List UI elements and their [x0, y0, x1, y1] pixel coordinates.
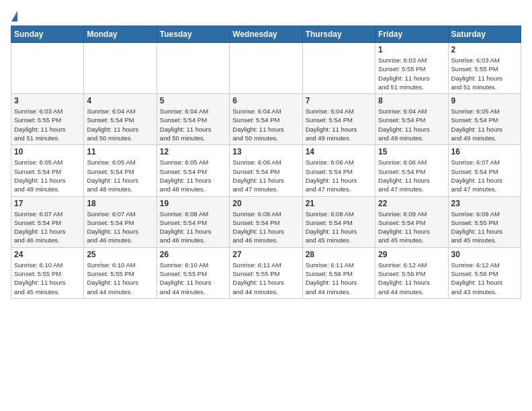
day-info: Sunrise: 6:03 AM Sunset: 5:55 PM Dayligh…	[378, 56, 445, 91]
day-number: 28	[306, 250, 372, 259]
day-info: Sunrise: 6:04 AM Sunset: 5:54 PM Dayligh…	[378, 107, 445, 142]
calendar-cell: 3Sunrise: 6:03 AM Sunset: 5:55 PM Daylig…	[11, 94, 84, 145]
day-info: Sunrise: 6:10 AM Sunset: 5:55 PM Dayligh…	[87, 261, 153, 296]
day-number: 14	[306, 147, 372, 156]
day-info: Sunrise: 6:08 AM Sunset: 5:54 PM Dayligh…	[160, 210, 226, 245]
day-info: Sunrise: 6:06 AM Sunset: 5:54 PM Dayligh…	[232, 158, 299, 193]
calendar-cell: 24Sunrise: 6:10 AM Sunset: 5:55 PM Dayli…	[11, 247, 84, 298]
calendar-cell: 25Sunrise: 6:10 AM Sunset: 5:55 PM Dayli…	[84, 247, 157, 298]
day-header-wednesday: Wednesday	[230, 26, 302, 43]
day-info: Sunrise: 6:06 AM Sunset: 5:54 PM Dayligh…	[306, 158, 372, 193]
day-number: 23	[451, 199, 518, 208]
calendar-cell: 27Sunrise: 6:11 AM Sunset: 5:55 PM Dayli…	[230, 247, 302, 298]
day-info: Sunrise: 6:09 AM Sunset: 5:55 PM Dayligh…	[451, 210, 518, 245]
calendar-cell: 16Sunrise: 6:07 AM Sunset: 5:54 PM Dayli…	[448, 145, 521, 196]
calendar-cell: 30Sunrise: 6:12 AM Sunset: 5:56 PM Dayli…	[448, 247, 521, 298]
calendar-cell	[302, 43, 375, 94]
calendar-cell: 8Sunrise: 6:04 AM Sunset: 5:54 PM Daylig…	[375, 94, 448, 145]
day-info: Sunrise: 6:09 AM Sunset: 5:54 PM Dayligh…	[378, 210, 445, 245]
week-row-1: 1Sunrise: 6:03 AM Sunset: 5:55 PM Daylig…	[11, 43, 521, 94]
day-header-tuesday: Tuesday	[157, 26, 229, 43]
day-info: Sunrise: 6:10 AM Sunset: 5:55 PM Dayligh…	[14, 261, 81, 296]
day-number: 19	[160, 199, 226, 208]
calendar-cell: 17Sunrise: 6:07 AM Sunset: 5:54 PM Dayli…	[11, 196, 84, 247]
day-info: Sunrise: 6:07 AM Sunset: 5:54 PM Dayligh…	[87, 210, 153, 245]
day-info: Sunrise: 6:07 AM Sunset: 5:54 PM Dayligh…	[451, 158, 518, 193]
day-number: 10	[14, 147, 81, 156]
day-info: Sunrise: 6:03 AM Sunset: 5:55 PM Dayligh…	[451, 56, 518, 91]
week-row-5: 24Sunrise: 6:10 AM Sunset: 5:55 PM Dayli…	[11, 247, 521, 298]
day-number: 20	[232, 199, 299, 208]
week-row-2: 3Sunrise: 6:03 AM Sunset: 5:55 PM Daylig…	[11, 94, 521, 145]
day-number: 12	[160, 147, 226, 156]
day-info: Sunrise: 6:08 AM Sunset: 5:54 PM Dayligh…	[306, 210, 372, 245]
calendar-cell: 2Sunrise: 6:03 AM Sunset: 5:55 PM Daylig…	[448, 43, 521, 94]
day-number: 17	[14, 199, 81, 208]
calendar-cell: 28Sunrise: 6:11 AM Sunset: 5:56 PM Dayli…	[302, 247, 375, 298]
calendar-cell: 11Sunrise: 6:05 AM Sunset: 5:54 PM Dayli…	[84, 145, 157, 196]
logo-triangle-icon	[11, 11, 17, 21]
day-number: 11	[87, 147, 153, 156]
calendar-cell: 4Sunrise: 6:04 AM Sunset: 5:54 PM Daylig…	[84, 94, 157, 145]
day-info: Sunrise: 6:04 AM Sunset: 5:54 PM Dayligh…	[306, 107, 372, 142]
day-header-friday: Friday	[375, 26, 448, 43]
day-info: Sunrise: 6:11 AM Sunset: 5:56 PM Dayligh…	[306, 261, 372, 296]
day-info: Sunrise: 6:12 AM Sunset: 5:56 PM Dayligh…	[451, 261, 518, 296]
calendar-cell: 14Sunrise: 6:06 AM Sunset: 5:54 PM Dayli…	[302, 145, 375, 196]
day-info: Sunrise: 6:07 AM Sunset: 5:54 PM Dayligh…	[14, 210, 81, 245]
calendar-cell: 13Sunrise: 6:06 AM Sunset: 5:54 PM Dayli…	[230, 145, 302, 196]
calendar-table: SundayMondayTuesdayWednesdayThursdayFrid…	[11, 26, 521, 299]
day-header-thursday: Thursday	[302, 26, 375, 43]
calendar-cell: 7Sunrise: 6:04 AM Sunset: 5:54 PM Daylig…	[302, 94, 375, 145]
day-info: Sunrise: 6:05 AM Sunset: 5:54 PM Dayligh…	[14, 158, 81, 193]
calendar-cell	[84, 43, 157, 94]
day-number: 27	[232, 250, 299, 259]
calendar-cell: 20Sunrise: 6:08 AM Sunset: 5:54 PM Dayli…	[230, 196, 302, 247]
day-number: 15	[378, 147, 445, 156]
calendar-cell: 9Sunrise: 6:05 AM Sunset: 5:54 PM Daylig…	[448, 94, 521, 145]
day-number: 6	[232, 96, 299, 105]
calendar-cell: 18Sunrise: 6:07 AM Sunset: 5:54 PM Dayli…	[84, 196, 157, 247]
calendar-cell: 12Sunrise: 6:05 AM Sunset: 5:54 PM Dayli…	[157, 145, 229, 196]
page-header	[11, 11, 521, 20]
day-info: Sunrise: 6:04 AM Sunset: 5:54 PM Dayligh…	[232, 107, 299, 142]
calendar-cell: 21Sunrise: 6:08 AM Sunset: 5:54 PM Dayli…	[302, 196, 375, 247]
day-info: Sunrise: 6:10 AM Sunset: 5:55 PM Dayligh…	[160, 261, 226, 296]
calendar-cell: 1Sunrise: 6:03 AM Sunset: 5:55 PM Daylig…	[375, 43, 448, 94]
day-number: 5	[160, 96, 226, 105]
calendar-cell: 6Sunrise: 6:04 AM Sunset: 5:54 PM Daylig…	[230, 94, 302, 145]
day-number: 22	[378, 199, 445, 208]
week-row-4: 17Sunrise: 6:07 AM Sunset: 5:54 PM Dayli…	[11, 196, 521, 247]
day-number: 4	[87, 96, 153, 105]
day-info: Sunrise: 6:06 AM Sunset: 5:54 PM Dayligh…	[378, 158, 445, 193]
day-number: 7	[306, 96, 372, 105]
day-number: 26	[160, 250, 226, 259]
calendar-cell: 5Sunrise: 6:04 AM Sunset: 5:54 PM Daylig…	[157, 94, 229, 145]
day-info: Sunrise: 6:08 AM Sunset: 5:54 PM Dayligh…	[232, 210, 299, 245]
day-info: Sunrise: 6:04 AM Sunset: 5:54 PM Dayligh…	[160, 107, 226, 142]
day-info: Sunrise: 6:05 AM Sunset: 5:54 PM Dayligh…	[87, 158, 153, 193]
day-number: 8	[378, 96, 445, 105]
day-header-saturday: Saturday	[448, 26, 521, 43]
calendar-cell	[11, 43, 84, 94]
calendar-cell: 26Sunrise: 6:10 AM Sunset: 5:55 PM Dayli…	[157, 247, 229, 298]
day-number: 2	[451, 45, 518, 54]
day-info: Sunrise: 6:05 AM Sunset: 5:54 PM Dayligh…	[160, 158, 226, 193]
day-number: 30	[451, 250, 518, 259]
day-number: 3	[14, 96, 81, 105]
calendar-cell	[230, 43, 302, 94]
logo	[11, 11, 17, 20]
calendar-cell: 15Sunrise: 6:06 AM Sunset: 5:54 PM Dayli…	[375, 145, 448, 196]
day-info: Sunrise: 6:12 AM Sunset: 5:56 PM Dayligh…	[378, 261, 445, 296]
calendar-cell	[157, 43, 229, 94]
day-number: 29	[378, 250, 445, 259]
day-info: Sunrise: 6:11 AM Sunset: 5:55 PM Dayligh…	[232, 261, 299, 296]
day-info: Sunrise: 6:05 AM Sunset: 5:54 PM Dayligh…	[451, 107, 518, 142]
calendar-cell: 23Sunrise: 6:09 AM Sunset: 5:55 PM Dayli…	[448, 196, 521, 247]
calendar-cell: 19Sunrise: 6:08 AM Sunset: 5:54 PM Dayli…	[157, 196, 229, 247]
day-number: 13	[232, 147, 299, 156]
calendar-cell: 29Sunrise: 6:12 AM Sunset: 5:56 PM Dayli…	[375, 247, 448, 298]
day-number: 16	[451, 147, 518, 156]
day-header-monday: Monday	[84, 26, 157, 43]
calendar-cell: 10Sunrise: 6:05 AM Sunset: 5:54 PM Dayli…	[11, 145, 84, 196]
